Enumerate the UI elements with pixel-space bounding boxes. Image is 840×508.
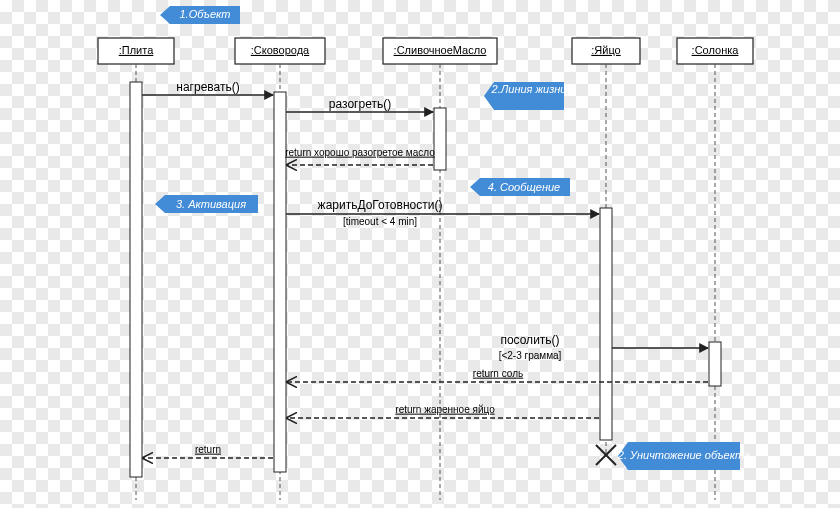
- svg-text::СливочноеМасло: :СливочноеМасло: [394, 44, 487, 56]
- svg-text:2.Линия жизни: 2.Линия жизни: [491, 83, 567, 95]
- svg-text:4. Сообщение: 4. Сообщение: [488, 181, 560, 193]
- svg-text:нагревать(): нагревать(): [176, 80, 239, 94]
- svg-text:return: return: [195, 444, 221, 455]
- svg-text::Сковорода: :Сковорода: [251, 44, 310, 56]
- msg-fry: жаритьДоГотовности() [timeout < 4 min]: [286, 198, 599, 226]
- svg-text:2. Уничтожение объекта: 2. Уничтожение объекта: [617, 449, 750, 461]
- svg-text:[timeout < 4 min]: [timeout < 4 min]: [343, 216, 417, 227]
- callout-lifeline: 2.Линия жизни: [484, 82, 566, 110]
- callout-object: 1.Объект: [160, 6, 240, 24]
- msg-ret-butter: return хорошо разогретое масло: [285, 147, 435, 165]
- activation-egg: [600, 208, 612, 440]
- activation-butter: [434, 108, 446, 170]
- object-stove: :Плита: [98, 38, 174, 64]
- svg-text:return жаренное яйцо: return жаренное яйцо: [395, 404, 495, 415]
- svg-text:1.Объект: 1.Объект: [180, 8, 231, 20]
- callout-activation: 3. Активация: [155, 195, 258, 213]
- sequence-diagram: :Плита :Сковорода :СливочноеМасло :Яйцо …: [0, 0, 840, 508]
- destroy-egg-icon: [596, 445, 616, 465]
- msg-heat: нагревать(): [142, 80, 273, 95]
- svg-text:3. Активация: 3. Активация: [176, 198, 246, 210]
- svg-text:return хорошо разогретое масло: return хорошо разогретое масло: [285, 147, 435, 158]
- activation-salt: [709, 342, 721, 386]
- svg-text::Плита: :Плита: [119, 44, 154, 56]
- svg-text::Солонка: :Солонка: [692, 44, 740, 56]
- object-salt: :Солонка: [677, 38, 753, 64]
- svg-text:return соль: return соль: [473, 368, 523, 379]
- activation-stove: [130, 82, 142, 477]
- msg-warmup: разогреть(): [286, 97, 433, 112]
- svg-text:[<2-3 грамма]: [<2-3 грамма]: [499, 350, 562, 361]
- object-butter: :СливочноеМасло: [383, 38, 497, 64]
- callout-message: 4. Сообщение: [470, 178, 570, 196]
- msg-ret-salt: return соль: [287, 368, 708, 382]
- svg-text::Яйцо: :Яйцо: [591, 44, 620, 56]
- svg-text:разогреть(): разогреть(): [329, 97, 391, 111]
- callout-destroy: 2. Уничтожение объекта: [617, 442, 750, 470]
- msg-ret-fried: return жаренное яйцо: [287, 404, 599, 418]
- svg-text:жаритьДоГотовности(): жаритьДоГотовности(): [318, 198, 443, 212]
- svg-text:посолить(): посолить(): [500, 333, 559, 347]
- object-egg: :Яйцо: [572, 38, 640, 64]
- msg-ret-final: return: [143, 444, 273, 458]
- object-pan: :Сковорода: [235, 38, 325, 64]
